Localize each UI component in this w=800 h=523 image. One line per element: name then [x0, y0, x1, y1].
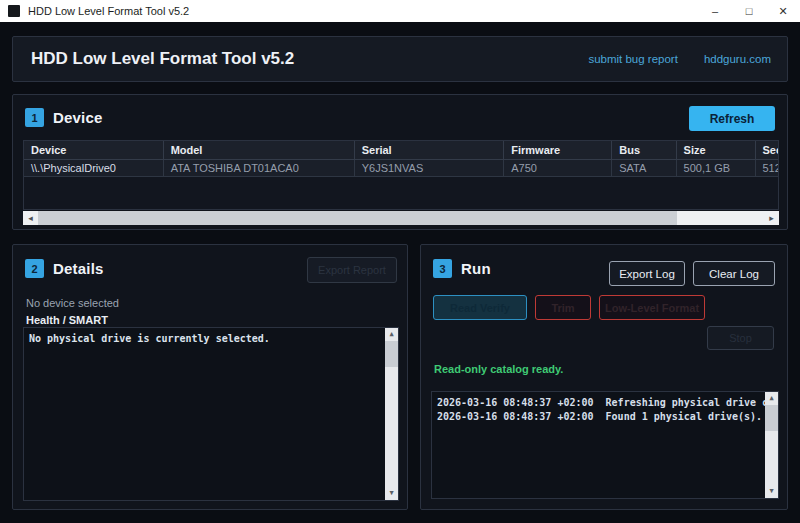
page-title: HDD Low Level Format Tool v5.2	[31, 49, 294, 69]
column-header-sector-size[interactable]: Sector size	[755, 141, 779, 159]
column-header-size[interactable]: Size	[676, 141, 755, 159]
maximize-icon[interactable]: □	[732, 0, 766, 22]
device-cell-6: 512 / 4 096	[755, 159, 779, 176]
app-icon	[8, 5, 20, 17]
log-line: 2026-03-16 08:48:37 +02:00 Found 1 physi…	[437, 410, 760, 424]
header-links: submit bug report hddguru.com	[588, 53, 771, 65]
scrollbar-track	[765, 405, 778, 485]
scroll-up-icon[interactable]: ▲	[389, 328, 393, 341]
clear-log-button[interactable]: Clear Log	[693, 261, 775, 286]
section-number-badge: 2	[25, 259, 44, 278]
scroll-down-icon[interactable]: ▼	[769, 485, 773, 498]
log-line: 2026-03-16 08:48:37 +02:00 Refreshing ph…	[437, 396, 760, 410]
titlebar: HDD Low Level Format Tool v5.2 – □ ✕	[0, 0, 800, 22]
scrollbar-thumb[interactable]	[765, 405, 778, 431]
submit-bug-report-link[interactable]: submit bug report	[588, 53, 678, 65]
column-header-serial[interactable]: Serial	[354, 141, 504, 159]
export-report-button[interactable]: Export Report	[307, 257, 397, 283]
section-number-badge: 3	[433, 259, 452, 278]
device-table-header-row: DeviceModelSerialFirmwareBusSizeSector s…	[24, 141, 779, 159]
scroll-down-icon[interactable]: ▼	[389, 487, 393, 500]
device-cell-2: Y6JS1NVAS	[354, 159, 504, 176]
scrollbar-thumb[interactable]	[385, 341, 398, 367]
column-header-firmware[interactable]: Firmware	[504, 141, 612, 159]
low-level-format-button[interactable]: Low-Level Format	[599, 295, 705, 320]
app-window: HDD Low Level Format Tool v5.2 – □ ✕ HDD…	[0, 0, 800, 523]
trim-button[interactable]: Trim	[535, 295, 591, 320]
window-controls: – □ ✕	[698, 0, 800, 22]
device-section: 1 Device Refresh DeviceModelSerialFirmwa…	[12, 94, 788, 230]
device-cell-0: \\.\PhysicalDrive0	[24, 159, 163, 176]
health-smart-label: Health / SMART	[26, 314, 108, 326]
vertical-scrollbar[interactable]: ▲ ▼	[765, 392, 778, 498]
titlebar-title: HDD Low Level Format Tool v5.2	[28, 5, 189, 17]
device-selected-status: No device selected	[26, 297, 119, 309]
log-textarea[interactable]: 2026-03-16 08:48:37 +02:00 Refreshing ph…	[431, 391, 779, 499]
scrollbar-track	[385, 341, 398, 487]
export-log-button[interactable]: Export Log	[609, 261, 685, 286]
smart-text: No physical drive is currently selected.	[24, 328, 398, 350]
details-section: 2 Details Export Report No device select…	[12, 244, 408, 510]
device-cell-3: A750	[504, 159, 612, 176]
column-header-bus[interactable]: Bus	[612, 141, 676, 159]
refresh-button[interactable]: Refresh	[689, 106, 775, 131]
close-icon[interactable]: ✕	[766, 0, 800, 22]
catalog-status: Read-only catalog ready.	[434, 363, 563, 375]
stop-button[interactable]: Stop	[707, 326, 774, 350]
header-card: HDD Low Level Format Tool v5.2 submit bu…	[12, 36, 788, 82]
hddguru-link[interactable]: hddguru.com	[704, 53, 771, 65]
device-cell-5: 500,1 GB	[676, 159, 755, 176]
vertical-scrollbar[interactable]: ▲ ▼	[385, 328, 398, 500]
device-section-title: Device	[53, 109, 103, 126]
horizontal-scrollbar[interactable]: ◂ ▸	[23, 211, 779, 225]
scrollbar-track[interactable]	[38, 211, 764, 225]
device-table: DeviceModelSerialFirmwareBusSizeSector s…	[24, 141, 779, 177]
device-table-row[interactable]: \\.\PhysicalDrive0ATA TOSHIBA DT01ACA0Y6…	[24, 159, 779, 176]
run-section: 3 Run Export Log Clear Log Read Verify T…	[420, 244, 788, 510]
read-verify-button[interactable]: Read Verify	[433, 295, 527, 320]
device-cell-1: ATA TOSHIBA DT01ACA0	[163, 159, 354, 176]
minimize-icon[interactable]: –	[698, 0, 732, 22]
smart-textarea[interactable]: No physical drive is currently selected.…	[23, 327, 399, 501]
column-header-model[interactable]: Model	[163, 141, 354, 159]
scroll-left-icon[interactable]: ◂	[23, 211, 38, 225]
scrollbar-thumb[interactable]	[38, 211, 677, 225]
device-cell-4: SATA	[612, 159, 676, 176]
section-number-badge: 1	[25, 108, 44, 127]
column-header-device[interactable]: Device	[24, 141, 163, 159]
run-section-title: Run	[461, 260, 491, 277]
device-table-wrap: DeviceModelSerialFirmwareBusSizeSector s…	[23, 140, 779, 210]
scroll-up-icon[interactable]: ▲	[769, 392, 773, 405]
details-section-title: Details	[53, 260, 104, 277]
scroll-right-icon[interactable]: ▸	[764, 211, 779, 225]
log-output: 2026-03-16 08:48:37 +02:00 Refreshing ph…	[432, 392, 778, 428]
